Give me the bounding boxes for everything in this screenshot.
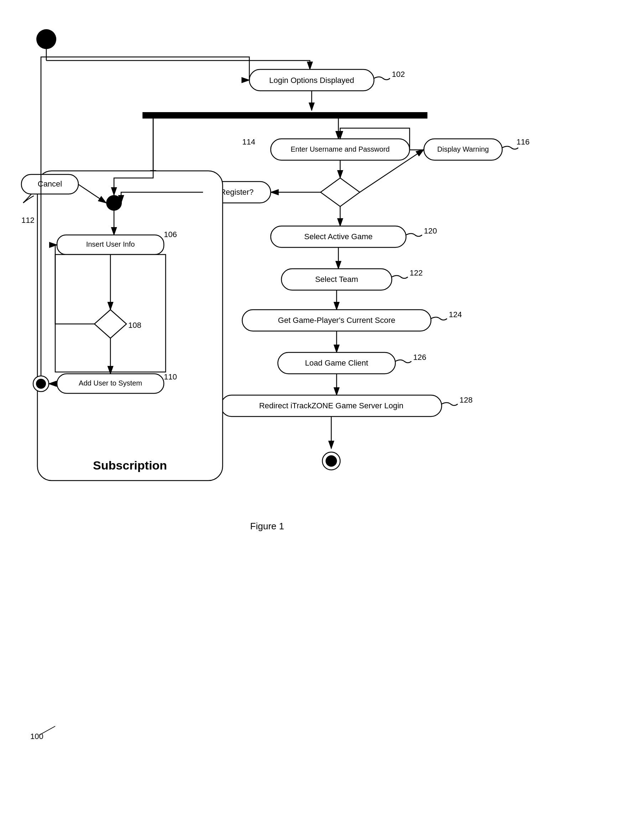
decision-diamond <box>320 178 360 207</box>
label-122: 122 <box>410 268 423 277</box>
label-128: 128 <box>460 395 473 405</box>
label-108: 108 <box>128 321 141 329</box>
figure-label: Figure 1 <box>250 521 284 532</box>
label-116: 116 <box>517 137 530 146</box>
merge-node <box>106 195 122 211</box>
select-game-label: Select Active Game <box>304 232 372 241</box>
label-124: 124 <box>449 310 462 319</box>
label-100: 100 <box>30 732 44 741</box>
get-score-label: Get Game-Player's Current Score <box>278 316 395 325</box>
start-node <box>36 29 56 49</box>
select-team-label: Select Team <box>315 275 358 284</box>
subscription-label: Subscription <box>93 458 167 472</box>
label-114: 114 <box>242 137 255 146</box>
add-user-label: Add User to System <box>79 379 142 387</box>
insert-user-label: Insert User Info <box>86 240 135 248</box>
svg-line-20 <box>39 726 55 735</box>
enter-username-label: Enter Username and Password <box>291 145 390 153</box>
merge-end-inner <box>36 379 46 389</box>
label-106: 106 <box>164 230 177 239</box>
label-110: 110 <box>164 372 177 381</box>
label-102: 102 <box>392 70 405 79</box>
redirect-label: Redirect iTrackZONE Game Server Login <box>259 401 403 410</box>
label-126: 126 <box>413 353 426 362</box>
display-warning-label: Display Warning <box>437 145 489 153</box>
fork-bar <box>143 112 427 119</box>
login-options-label: Login Options Displayed <box>269 76 354 85</box>
diagram-container: Login Options Displayed 102 Enter Userna… <box>0 0 644 828</box>
label-120: 120 <box>424 226 437 235</box>
label-112: 112 <box>21 216 35 224</box>
register-label: Register? <box>220 188 254 196</box>
load-game-label: Load Game Client <box>305 359 368 367</box>
end-node-inner <box>325 455 337 467</box>
